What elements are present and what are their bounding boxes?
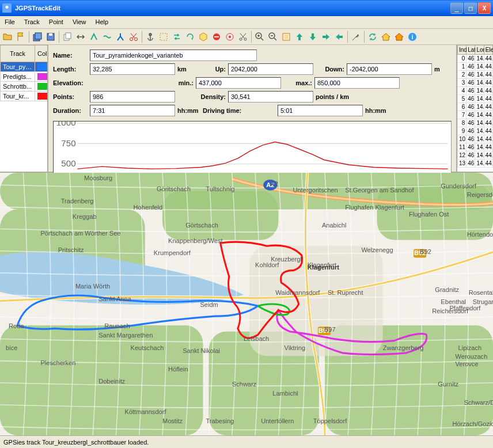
- svg-text:Flughafen Ost: Flughafen Ost: [409, 211, 449, 218]
- cycle-icon[interactable]: [184, 31, 196, 43]
- hex-icon[interactable]: [197, 31, 210, 43]
- svg-text:Lambichl: Lambichl: [272, 390, 298, 397]
- point-col-header[interactable]: Lon...: [475, 45, 484, 55]
- duration-field: [90, 105, 175, 116]
- svg-text:Flughafen Klagenfurt: Flughafen Klagenfurt: [345, 203, 405, 210]
- copy-icon[interactable]: [61, 31, 74, 43]
- split-icon[interactable]: [114, 31, 127, 43]
- wrench-icon[interactable]: [350, 31, 362, 43]
- svg-text:Sankt Nikolai: Sankt Nikolai: [183, 347, 220, 354]
- unit-hhmm2: hh:mm: [365, 107, 388, 114]
- zoom-in-icon[interactable]: [253, 31, 266, 43]
- density-field: [228, 91, 313, 102]
- map-view[interactable]: A2B92B97MoosburgGöritschachTultschnigUnt…: [0, 173, 493, 435]
- svg-text:Lipizach: Lipizach: [458, 344, 482, 351]
- svg-text:Moosburg: Moosburg: [84, 174, 112, 181]
- menubar: FileTrackPointViewHelp: [0, 16, 493, 29]
- name-field[interactable]: [90, 50, 257, 61]
- point-row[interactable]: 1246...14...44...: [457, 151, 492, 160]
- point-col-header[interactable]: Index: [457, 45, 466, 55]
- point-col-header[interactable]: Ele...: [484, 45, 492, 55]
- svg-point-13: [240, 38, 242, 40]
- handle-1-icon[interactable]: [88, 31, 100, 43]
- track-row[interactable]: Tour_kr...25,425: [1, 92, 48, 101]
- point-col-header[interactable]: Lati...: [467, 45, 475, 55]
- select-area-icon[interactable]: [280, 31, 293, 43]
- svg-text:Anabichl: Anabichl: [322, 222, 346, 229]
- swap-icon[interactable]: [170, 31, 183, 43]
- denied-icon[interactable]: [210, 31, 223, 43]
- app-home-icon[interactable]: [393, 31, 405, 43]
- flag-icon[interactable]: [14, 31, 27, 43]
- close-button[interactable]: X: [478, 2, 491, 14]
- menu-track[interactable]: Track: [20, 16, 44, 28]
- point-row[interactable]: 246...14...44...: [457, 71, 492, 79]
- home-icon[interactable]: [380, 31, 392, 43]
- menu-point[interactable]: Point: [44, 16, 68, 28]
- maximize-button[interactable]: □: [464, 2, 477, 14]
- label-points: Points:: [53, 93, 88, 100]
- menu-help[interactable]: Help: [91, 16, 113, 28]
- point-row[interactable]: 046...14...44...: [457, 55, 492, 63]
- point-row[interactable]: 746...14...44...: [457, 111, 492, 119]
- save-all-icon[interactable]: [31, 31, 44, 43]
- point-row[interactable]: 1146...14...44...: [457, 143, 492, 151]
- svg-point-12: [229, 36, 231, 38]
- track-row[interactable]: Predigts...21,186: [1, 72, 48, 82]
- point-row[interactable]: 1346...14...44...: [457, 160, 492, 168]
- svg-text:Klagenfurt: Klagenfurt: [308, 263, 340, 270]
- reverse-icon[interactable]: [74, 31, 87, 43]
- svg-point-14: [244, 38, 246, 40]
- left-icon[interactable]: [333, 31, 346, 43]
- point-row[interactable]: 446...14...44...: [457, 87, 492, 95]
- svg-text:Gurnitz: Gurnitz: [438, 381, 458, 388]
- target-icon[interactable]: [223, 31, 236, 43]
- track-col-header[interactable]: Color: [35, 45, 48, 62]
- minimize-button[interactable]: _: [450, 2, 463, 14]
- svg-text:Reigersdorf: Reigersdorf: [467, 191, 493, 198]
- svg-text:Pörtschach am Wörther See: Pörtschach am Wörther See: [40, 230, 120, 237]
- svg-text:B92: B92: [420, 248, 431, 255]
- point-row[interactable]: 346...14...44...: [457, 79, 492, 87]
- track-col-header[interactable]: Track: [1, 45, 35, 62]
- svg-point-6: [130, 37, 133, 40]
- point-row[interactable]: 946...14...44...: [457, 127, 492, 135]
- label-driving: Driving time:: [203, 107, 248, 114]
- svg-rect-39: [162, 191, 278, 240]
- svg-text:Köttmannsdorf: Köttmannsdorf: [125, 408, 167, 415]
- track-list[interactable]: TrackColorLength [k...Tour_pyr...32,285P…: [0, 45, 48, 172]
- region-icon[interactable]: [157, 31, 170, 43]
- svg-rect-18: [285, 35, 288, 39]
- refresh-icon[interactable]: [366, 31, 379, 43]
- point-row[interactable]: 146...14...44...: [457, 63, 492, 71]
- svg-text:750: 750: [61, 138, 75, 147]
- right-icon[interactable]: [320, 31, 332, 43]
- cut-icon[interactable]: [127, 31, 140, 43]
- up-icon[interactable]: [293, 31, 306, 43]
- points-field: [90, 91, 175, 102]
- info-icon[interactable]: i: [406, 31, 419, 43]
- save-icon[interactable]: [44, 31, 57, 43]
- scissors-icon[interactable]: [237, 31, 249, 43]
- label-elev: Elevation:: [53, 79, 88, 86]
- menu-view[interactable]: View: [68, 16, 91, 28]
- handle-2-icon[interactable]: [101, 31, 113, 43]
- point-row[interactable]: 646...14...44...: [457, 103, 492, 111]
- down-icon[interactable]: [306, 31, 319, 43]
- svg-text:St. Ruprecht: St. Ruprecht: [328, 289, 363, 296]
- point-row[interactable]: 846...14...44...: [457, 119, 492, 127]
- svg-text:Rosental: Rosental: [469, 289, 493, 296]
- point-row[interactable]: 546...14...44...: [457, 95, 492, 103]
- menu-file[interactable]: File: [0, 16, 20, 28]
- zoom-out-icon[interactable]: [267, 31, 279, 43]
- point-row[interactable]: 1046...14...44...: [457, 135, 492, 143]
- window-title: JGPSTrackEdit: [15, 5, 450, 12]
- anchor-icon[interactable]: [144, 31, 157, 43]
- points-table[interactable]: IndexLati...Lon...Ele...046...14...44...…: [456, 45, 493, 172]
- track-row[interactable]: Schrottb...12,245: [1, 82, 48, 92]
- folder-open-icon[interactable]: [1, 31, 14, 43]
- track-row[interactable]: Tour_pyr...32,285: [1, 62, 48, 72]
- unit-km: km: [177, 66, 195, 73]
- status-bar: GPSies track Tour_kreuzbergl_schrottbaue…: [0, 435, 493, 448]
- titlebar: JGPSTrackEdit _ □ X: [0, 0, 493, 16]
